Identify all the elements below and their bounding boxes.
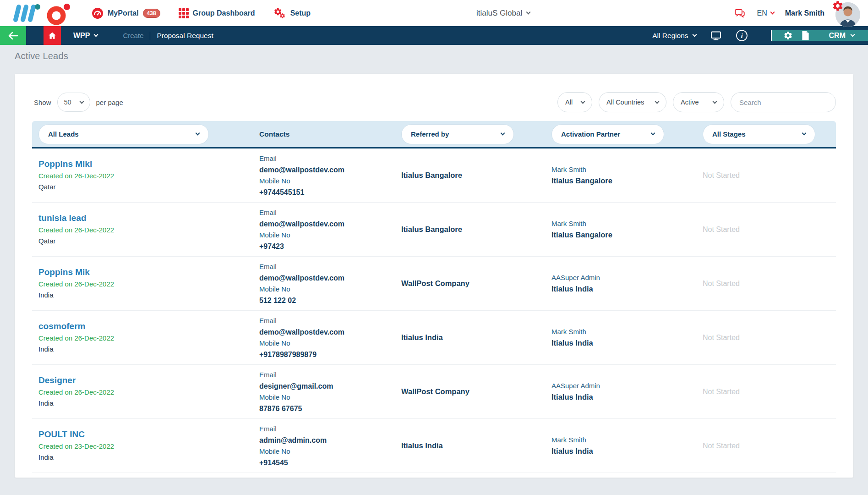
speedometer-icon [92, 7, 104, 19]
lead-row: POULT INC Created on 23-Dec-2022 India E… [32, 419, 836, 473]
referred-by-cell: Itialus Bangalore [395, 170, 545, 181]
filter-country-value: All Countries [606, 99, 644, 106]
stages-filter-select[interactable]: All Stages [703, 124, 815, 144]
leads-card: Show 50 per page All All Countries Activ… [15, 74, 853, 478]
partner-name: Mark Smith [551, 218, 696, 229]
user-name[interactable]: Mark Smith [785, 9, 824, 17]
top-menu: MyPortal 438 Group Dashboard Setup [92, 0, 311, 26]
app-selector[interactable]: WPP [73, 26, 98, 45]
activation-partner-cell: Mark Smith Itialus India [545, 326, 696, 349]
lead-mobile: +9744545151 [259, 187, 395, 198]
lead-mobile: +97423 [259, 241, 395, 252]
lead-stage: Not Started [696, 388, 836, 396]
lead-country: Qatar [38, 182, 253, 192]
gears-icon [273, 7, 286, 19]
lead-country: India [38, 344, 253, 355]
partner-company: Itialus India [551, 391, 696, 403]
partner-company: Itialus India [551, 446, 696, 457]
lead-name-link[interactable]: Designer [38, 374, 76, 386]
wallpost-logo[interactable] [11, 3, 71, 26]
menu-group-dashboard[interactable]: Group Dashboard [179, 8, 255, 18]
region-selector[interactable]: All Regions [652, 32, 696, 40]
gear-icon[interactable] [783, 31, 793, 40]
referred-by-filter-select[interactable]: Referred by [401, 124, 514, 144]
lead-created: Created on 26-Dec-2022 [38, 332, 253, 344]
home-button[interactable] [44, 26, 61, 45]
lead-mobile: +9178987989879 [259, 349, 395, 360]
back-button[interactable] [0, 26, 26, 45]
lead-stage: Not Started [696, 171, 836, 180]
lead-country: Qatar [38, 236, 253, 247]
menu-myportal[interactable]: MyPortal 438 [92, 7, 160, 19]
navbar: WPP Create Proposal Request All Regions … [0, 26, 868, 45]
referred-by-value: WallPost Company [401, 386, 545, 397]
topbar-right: EN Mark Smith [733, 0, 860, 26]
menu-setup[interactable]: Setup [273, 7, 311, 19]
lead-created: Created on 26-Dec-2022 [38, 170, 253, 182]
leads-filter-select[interactable]: All Leads [38, 124, 209, 144]
lead-created: Created on 23-Dec-2022 [38, 440, 253, 452]
info-icon[interactable]: i [736, 29, 748, 42]
lead-name-link[interactable]: cosmoferm [38, 320, 85, 332]
grid-icon [179, 8, 189, 18]
monitor-icon[interactable] [710, 30, 722, 41]
lead-mobile: +914545 [259, 457, 395, 468]
filter-controls: All All Countries Active [557, 92, 836, 112]
notification-badge: 438 [143, 9, 160, 18]
breadcrumb-create[interactable]: Create [123, 32, 143, 39]
show-label: Show [34, 99, 51, 106]
search-input[interactable] [739, 99, 830, 106]
company-selector-label: itialuS Global [476, 9, 522, 18]
email-label: Email [259, 261, 395, 272]
menu-setup-label: Setup [290, 9, 311, 17]
topbar: MyPortal 438 Group Dashboard Setup itial… [0, 0, 868, 26]
filter-country-select[interactable]: All Countries [599, 92, 666, 112]
mobile-label: Mobile No [259, 392, 395, 403]
leads-table-body: Poppins Miki Created on 26-Dec-2022 Qata… [32, 148, 836, 473]
document-icon[interactable] [801, 30, 810, 41]
table-header: All Leads Contacts Referred by Activatio… [32, 121, 836, 148]
column-contacts: Contacts [259, 130, 289, 138]
lead-stage: Not Started [696, 226, 836, 234]
per-page-select[interactable]: 50 [57, 93, 90, 112]
user-menu[interactable] [835, 2, 860, 27]
lead-country: India [38, 452, 253, 463]
lead-name-link[interactable]: Poppins Miki [38, 158, 92, 170]
lead-name-link[interactable]: tunisia lead [38, 212, 87, 224]
filter-status-select[interactable]: Active [673, 92, 724, 112]
lead-contacts-cell: Email admin@admin.com Mobile No +914545 [253, 424, 395, 468]
filter-type-select[interactable]: All [557, 92, 592, 112]
language-selector[interactable]: EN [757, 9, 774, 17]
per-page-suffix: per page [96, 99, 123, 106]
activation-partner-cell: AASuper Admin Itialus India [545, 272, 696, 295]
chevron-down-icon [581, 99, 585, 104]
partner-company: Itialus Bangalore [551, 229, 696, 241]
wallpost-w-logo [11, 3, 41, 24]
lead-stage: Not Started [696, 442, 836, 450]
language-label: EN [757, 9, 767, 17]
lead-contacts-cell: Email demo@wallpostdev.com Mobile No 512… [253, 261, 395, 306]
email-label: Email [259, 424, 395, 434]
stages-filter-value: All Stages [712, 130, 746, 138]
chevron-down-icon [526, 10, 531, 15]
mobile-label: Mobile No [259, 230, 395, 241]
menu-myportal-label: MyPortal [108, 9, 139, 17]
activation-partner-cell: Mark Smith Itialus India [545, 434, 696, 457]
per-page-value: 50 [64, 99, 71, 106]
lead-row: Designer Created on 26-Dec-2022 India Em… [32, 365, 836, 419]
email-label: Email [259, 207, 395, 218]
lead-name-link[interactable]: Poppins Mik [38, 266, 90, 278]
lead-name-link[interactable]: POULT INC [38, 429, 85, 440]
referred-by-value: Itialus Bangalore [401, 170, 545, 181]
activation-partner-cell: Mark Smith Itialus Bangalore [545, 164, 696, 187]
breadcrumb-current: Proposal Request [157, 32, 213, 40]
lead-created: Created on 26-Dec-2022 [38, 224, 253, 236]
activation-partner-filter-select[interactable]: Activation Partner [551, 124, 664, 144]
company-selector[interactable]: itialuS Global [476, 0, 530, 26]
lead-info-cell: Poppins Mik Created on 26-Dec-2022 India [32, 266, 253, 301]
gear-icon [832, 0, 844, 12]
module-selector[interactable]: CRM [829, 32, 854, 40]
chat-icon[interactable] [733, 7, 746, 19]
referred-by-cell: Itialus India [395, 440, 545, 451]
chevron-down-icon [802, 131, 807, 136]
